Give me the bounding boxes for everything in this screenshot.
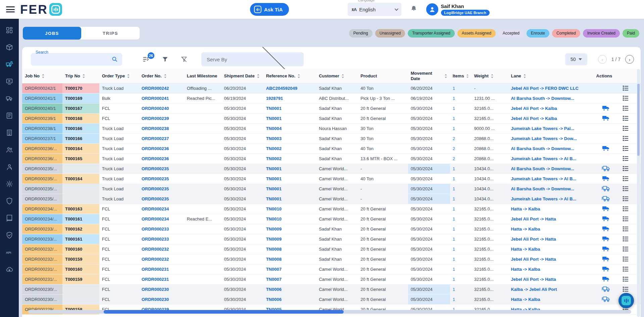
cell-lane[interactable]: Al Barsha South -> Downtow... [508,164,593,174]
cell-order-no[interactable]: ORDR000235 [139,164,184,174]
assign-truck-button[interactable] [596,175,616,182]
sort-icon[interactable] [466,74,469,78]
truck-icon[interactable] [602,115,610,122]
sort-icon[interactable] [127,74,130,78]
cell-lane[interactable]: Jebel Ali Port -> Hatta [508,234,593,244]
truck-assign-icon[interactable] [602,185,610,192]
drivers-icon[interactable] [5,163,13,171]
details-list-icon[interactable] [622,105,629,111]
cell-order-no[interactable]: ORDR000234 [139,214,184,224]
details-list-icon[interactable] [622,176,629,182]
row-details-button[interactable] [616,166,635,172]
api-icon[interactable]: API [5,248,13,256]
column-header-items[interactable]: Items [450,69,472,83]
cell-items[interactable]: 1 [450,244,472,254]
column-header-lane[interactable]: Lane [508,69,593,83]
tab-trips[interactable]: TRIPS [81,27,140,40]
cell-reference-no[interactable]: TN0001 [263,113,316,123]
cell-items[interactable]: 1 [450,214,472,224]
assign-truck-button[interactable] [596,286,616,293]
column-header-trip-no[interactable]: Trip No [62,69,99,83]
cell-reference-no[interactable]: TN0001 [263,103,316,113]
row-details-button[interactable] [616,85,635,91]
cell-reference-no[interactable]: 1928791 [263,93,316,103]
cell-items[interactable]: 1 [450,224,472,234]
truck-icon[interactable] [602,226,610,232]
details-list-icon[interactable] [622,166,629,172]
truck-assign-icon[interactable] [602,296,610,303]
truck-icon[interactable] [602,205,610,212]
column-header-reference-no[interactable]: Reference No. [263,69,316,83]
details-list-icon[interactable] [622,115,629,121]
details-list-icon[interactable] [622,276,629,282]
cell-reference-no[interactable]: TN0006 [263,284,316,294]
cell-items[interactable]: 1 [450,254,472,264]
assign-truck-button[interactable] [596,236,616,242]
assign-truck-button[interactable] [596,165,616,172]
column-header-customer[interactable]: Customer [316,69,358,83]
cell-reference-no[interactable]: TN0002 [263,143,316,153]
horizontal-scrollbar[interactable] [28,310,631,314]
cell-reference-no[interactable]: TN0002 [263,153,316,164]
cell-order-no[interactable]: ORDR000235 [139,184,184,194]
status-chip-paid[interactable]: Paid [623,29,639,38]
cell-lane[interactable]: Al Barsha South -> Downtow... [508,93,593,103]
cell-order-no[interactable]: ORDR000233 [139,224,184,234]
row-details-button[interactable] [616,125,635,131]
truck-icon[interactable] [602,266,610,272]
cell-order-no[interactable]: ORDR000239 [139,113,184,123]
cell-lane[interactable]: Hatta -> Kalba [508,244,593,254]
status-chip-pending[interactable]: Pending [349,29,373,38]
row-details-button[interactable] [616,216,635,222]
cell-items[interactable]: 1 [450,234,472,244]
cell-items[interactable]: 1 [450,83,472,93]
truck-icon[interactable] [602,145,610,152]
row-details-button[interactable] [616,145,635,151]
cell-lane[interactable]: Jumeirah Lake Towers -> Pal... [508,123,593,133]
row-details-button[interactable] [616,246,635,252]
cell-items[interactable]: 1 [450,184,472,194]
details-list-icon[interactable] [622,206,629,212]
orders-icon[interactable] [5,43,13,51]
dashboard-icon[interactable] [5,26,13,34]
cloud-sync-icon[interactable] [5,265,13,273]
cell-order-no[interactable]: ORDR000233 [139,234,184,244]
column-header-order-type[interactable]: Order Type [99,69,139,83]
cell-order-no[interactable]: ORDR000238 [139,123,184,133]
cell-lane[interactable]: Al Barsha South -> Downtow... [508,143,593,153]
cell-items[interactable]: 1 [450,103,472,113]
cell-lane[interactable]: Jebel Ali Port -> Hatta [508,214,593,224]
assign-truck-button[interactable] [596,195,616,202]
details-list-icon[interactable] [622,236,629,242]
status-chip-completed[interactable]: Completed [552,29,580,38]
sort-icon[interactable] [164,74,167,78]
cell-reference-no[interactable]: TN0001 [263,174,316,184]
cell-reference-no[interactable]: TN0006 [263,294,316,304]
vertical-scrollbar-thumb[interactable] [637,84,640,156]
truck-icon[interactable] [602,276,610,282]
cell-reference-no[interactable]: TN0001 [263,184,316,194]
column-header-order-no[interactable]: Order No. [139,69,184,83]
cell-lane[interactable]: Jumeirah Lake Towers -> Dow... [508,133,593,143]
cell-order-no[interactable]: ORDR000237 [139,133,184,143]
cell-order-no[interactable]: ORDR000230 [139,294,184,304]
fleet-truck-icon[interactable] [5,94,13,103]
cell-items[interactable]: 1 [450,174,472,184]
cell-order-no[interactable]: ORDR000236 [139,153,184,164]
cell-lane[interactable]: Hatta -> Kalba [508,204,593,214]
user-avatar[interactable] [426,3,438,15]
tracking-icon[interactable] [5,77,13,85]
row-details-button[interactable] [616,196,635,202]
sort-icon[interactable] [444,74,447,78]
notifications-bell-icon[interactable] [410,5,417,14]
cell-order-no[interactable]: ORDR000231 [139,264,184,274]
cell-lane[interactable]: Hatta -> Kalba [508,224,593,234]
search-input[interactable] [35,57,111,62]
sort-icon[interactable] [297,74,300,78]
truck-icon[interactable] [602,246,610,252]
details-list-icon[interactable] [622,95,629,101]
cell-items[interactable]: 1 [450,123,472,133]
sort-icon[interactable] [341,74,344,78]
clear-filter-icon[interactable] [181,56,187,63]
truck-icon[interactable] [602,256,610,262]
